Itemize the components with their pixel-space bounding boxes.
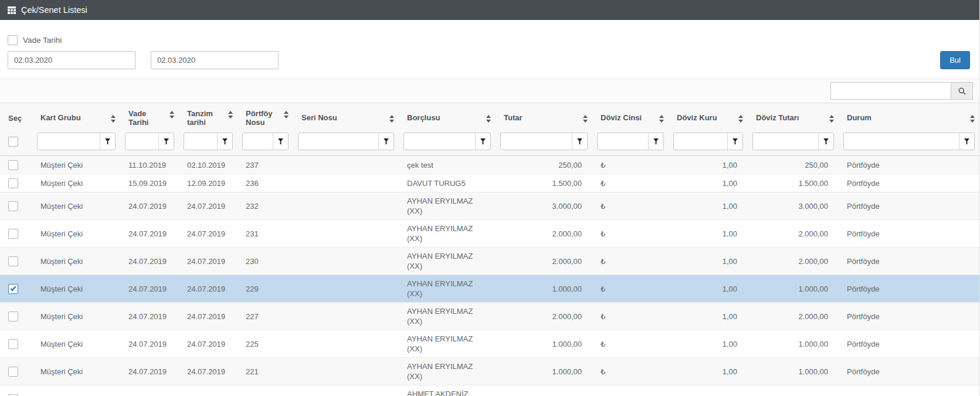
filter-input-seri_nosu[interactable] [299, 133, 378, 150]
cell-portfoy_nosu: 220 [238, 385, 293, 396]
filter-input-doviz_cinsi[interactable] [598, 133, 648, 150]
column-label: Tutar [504, 113, 523, 122]
filter-input-borclusu[interactable] [404, 133, 475, 150]
table-row[interactable]: Müşteri Çeki24.07.201924.07.201922000000… [0, 385, 979, 396]
column-header-kart_grubu[interactable]: Kart Grubu [32, 103, 120, 131]
filter-icon[interactable] [378, 133, 394, 150]
row-checkbox[interactable] [8, 201, 18, 211]
sort-icon[interactable] [738, 115, 743, 123]
cell-tanzim_tarihi: 24.07.2019 [179, 220, 238, 248]
sort-icon[interactable] [659, 115, 664, 123]
filter-input-tutar[interactable] [501, 133, 572, 150]
column-header-tanzim_tarihi[interactable]: Tanzim tarihi [179, 103, 238, 131]
filter-icon[interactable] [475, 133, 490, 150]
cell-seri_nosu: 000001 [293, 385, 399, 396]
cell-portfoy_nosu: 230 [238, 248, 293, 275]
filter-icon[interactable] [648, 133, 663, 150]
sort-icon[interactable] [970, 115, 975, 123]
table-row[interactable]: Müşteri Çeki24.07.201924.07.2019230AYHAN… [0, 248, 979, 275]
row-checkbox[interactable] [8, 229, 18, 239]
filter-input-kart_grubu[interactable] [38, 133, 100, 150]
column-label: Döviz Tutarı [756, 113, 799, 122]
row-checkbox[interactable] [8, 339, 18, 349]
filter-input-portfoy_nosu[interactable] [243, 133, 273, 150]
table-row[interactable]: Müşteri Çeki24.07.201924.07.2019225AYHAN… [0, 330, 979, 358]
cell-portfoy_nosu: 237 [238, 156, 293, 174]
cell-tutar: 250,00 [496, 156, 592, 174]
cell-doviz_kuru: 1,00 [669, 303, 748, 330]
cell-vade_tarihi: 24.07.2019 [120, 248, 179, 275]
cell-vade_tarihi: 24.07.2019 [120, 330, 179, 358]
sort-icon[interactable] [583, 115, 588, 123]
cell-select [0, 330, 32, 358]
column-header-seri_nosu[interactable]: Seri Nosu [293, 103, 399, 131]
cell-vade_tarihi: 24.07.2019 [120, 358, 179, 385]
column-label: Seç [8, 114, 22, 123]
filter-input-doviz_tutari[interactable] [753, 133, 818, 150]
cell-borclusu: AYHAN ERYILMAZ (XX) [399, 192, 496, 220]
filter-cell-doviz_tutari [748, 130, 839, 156]
row-checkbox[interactable] [8, 178, 18, 188]
column-header-borclusu[interactable]: Borçlusu [399, 103, 496, 131]
filter-input-durum[interactable] [844, 133, 959, 150]
row-checkbox[interactable] [8, 256, 18, 266]
date-filter-section: Vade Tarihi Bul [0, 20, 979, 79]
column-header-durum[interactable]: Durum [839, 103, 979, 131]
filter-input-doviz_kuru[interactable] [674, 133, 727, 150]
select-all-checkbox[interactable] [8, 137, 18, 147]
column-header-portfoy_nosu[interactable]: Pörtföy Nosu [238, 103, 293, 131]
table-search-row [0, 79, 979, 103]
row-checkbox[interactable] [8, 160, 18, 170]
filter-icon[interactable] [727, 133, 742, 150]
filter-input-vade_tarihi[interactable] [126, 133, 158, 150]
sort-icon[interactable] [169, 111, 174, 119]
filter-icon[interactable] [217, 133, 232, 150]
column-header-tutar[interactable]: Tutar [496, 103, 592, 131]
filter-icon[interactable] [273, 133, 288, 150]
filter-input-tanzim_tarihi[interactable] [184, 133, 217, 150]
filter-icon[interactable] [818, 133, 833, 150]
filter-cell-seri_nosu [293, 130, 399, 156]
column-header-vade_tarihi[interactable]: Vade Tarihi [120, 103, 179, 131]
row-checkbox[interactable] [8, 367, 18, 377]
table-row[interactable]: Müşteri Çeki15.09.201912.09.2019236DAVUT… [0, 174, 979, 192]
table-row[interactable]: Müşteri Çeki24.07.201924.07.2019231AYHAN… [0, 220, 979, 248]
filter-icon[interactable] [100, 133, 115, 150]
bul-button[interactable]: Bul [940, 51, 970, 69]
search-icon[interactable] [951, 83, 972, 99]
filter-cell-tutar [496, 130, 592, 156]
filter-cell-kart_grubu [32, 130, 120, 156]
table-row[interactable]: Müşteri Çeki11.10.201902.10.2019237çek t… [0, 156, 979, 174]
sort-icon[interactable] [389, 115, 394, 123]
column-label: Tanzim tarihi [187, 109, 213, 127]
column-header-doviz_kuru[interactable]: Döviz Kuru [669, 103, 748, 131]
cell-doviz_tutari: 2.000,00 [748, 248, 839, 275]
sort-icon[interactable] [486, 115, 491, 123]
row-checkbox[interactable] [8, 312, 18, 321]
cell-tutar: 1.000,00 [496, 358, 592, 385]
sort-icon[interactable] [111, 115, 116, 123]
search-input[interactable] [831, 83, 951, 99]
table-row[interactable]: Müşteri Çeki24.07.201924.07.2019229AYHAN… [0, 275, 979, 303]
column-header-doviz_cinsi[interactable]: Döviz Cinsi [592, 103, 669, 131]
table-row[interactable]: Müşteri Çeki24.07.201924.07.2019221AYHAN… [0, 358, 979, 385]
sort-icon[interactable] [829, 115, 834, 123]
filter-icon[interactable] [959, 133, 974, 150]
filter-icon[interactable] [572, 133, 587, 150]
sort-icon[interactable] [228, 111, 233, 119]
table-row[interactable]: Müşteri Çeki24.07.201924.07.2019232AYHAN… [0, 192, 979, 220]
filter-icon[interactable] [158, 133, 174, 150]
cell-kart_grubu: Müşteri Çeki [32, 358, 120, 385]
sort-icon[interactable] [284, 111, 289, 119]
row-checkbox[interactable] [8, 284, 18, 294]
cell-kart_grubu: Müşteri Çeki [32, 385, 120, 396]
cell-doviz_kuru: 1,00 [669, 156, 748, 174]
cell-borclusu: AYHAN ERYILMAZ (XX) [399, 248, 496, 275]
column-header-doviz_tutari[interactable]: Döviz Tutarı [748, 103, 839, 131]
cell-borclusu: çek test [399, 156, 496, 174]
cell-kart_grubu: Müşteri Çeki [32, 192, 120, 220]
date-to-input[interactable] [151, 51, 279, 69]
vade-tarihi-checkbox[interactable] [8, 35, 18, 45]
date-from-input[interactable] [8, 51, 135, 69]
table-row[interactable]: Müşteri Çeki24.07.201924.07.2019227AYHAN… [0, 303, 979, 330]
